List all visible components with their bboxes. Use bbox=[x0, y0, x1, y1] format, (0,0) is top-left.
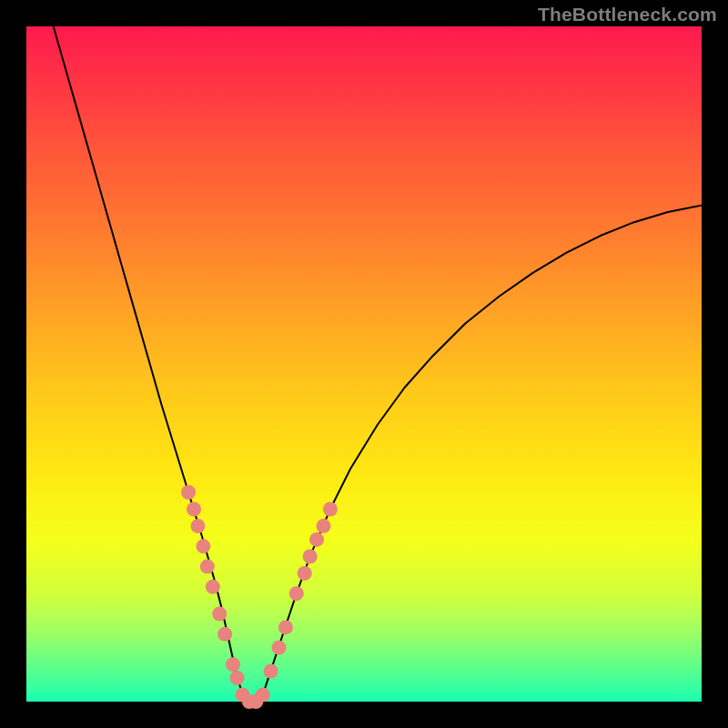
data-marker bbox=[323, 502, 338, 517]
data-marker bbox=[181, 485, 196, 500]
data-marker bbox=[230, 671, 245, 685]
data-marker bbox=[206, 580, 220, 594]
data-marker bbox=[190, 519, 205, 533]
data-marker bbox=[196, 539, 210, 553]
data-marker bbox=[278, 620, 293, 634]
data-marker bbox=[264, 664, 278, 679]
data-marker bbox=[256, 688, 270, 703]
data-marker bbox=[200, 560, 215, 574]
chart-plot bbox=[26, 26, 702, 702]
data-marker bbox=[272, 641, 287, 655]
data-marker bbox=[316, 519, 330, 533]
data-marker bbox=[289, 586, 304, 601]
data-marker bbox=[298, 566, 312, 581]
data-marker bbox=[217, 627, 232, 642]
data-marker bbox=[212, 607, 227, 622]
data-marker bbox=[309, 532, 324, 547]
data-marker bbox=[226, 657, 240, 672]
bottleneck-curve-line bbox=[54, 26, 702, 702]
watermark-text: TheBottleneck.com bbox=[538, 4, 717, 25]
data-marker bbox=[303, 549, 318, 563]
data-marker bbox=[187, 502, 201, 517]
